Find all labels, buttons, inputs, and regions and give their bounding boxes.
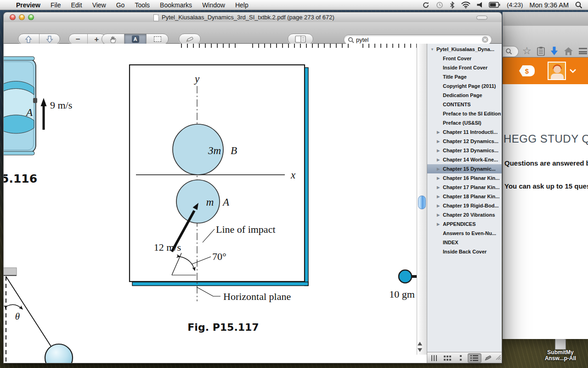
scroll-down-arrow[interactable]	[418, 348, 422, 352]
scroll-up-arrow[interactable]	[418, 342, 422, 345]
disclosure-triangle-icon[interactable]: ▶	[437, 176, 443, 180]
toc-item[interactable]: Title Page	[427, 72, 502, 81]
select-tool-button[interactable]	[146, 34, 168, 44]
avatar[interactable]	[548, 62, 566, 80]
toc-item[interactable]: ▶Chapter 16 Planar Kin...	[427, 173, 502, 183]
browser-search-field[interactable]	[503, 46, 519, 57]
disclosure-triangle-icon[interactable]: ▶	[437, 130, 443, 134]
toc-item-label: CONTENTS	[443, 102, 471, 107]
view-dots-button[interactable]	[454, 353, 468, 363]
sync-icon[interactable]	[422, 1, 430, 9]
toc-item[interactable]: ▶Chapter 20 Vibrations	[427, 210, 502, 219]
battery-icon[interactable]	[489, 2, 500, 8]
menu-item-edit[interactable]: Edit	[66, 1, 87, 9]
menu-hamburger-icon[interactable]	[579, 48, 587, 54]
zoom-window-button[interactable]	[28, 14, 34, 20]
home-icon[interactable]	[564, 47, 573, 56]
pdf-page-view[interactable]: A 9 m/s 5.116 x y 3m B m	[4, 44, 417, 363]
figure-caption: Fig. P15.117	[187, 322, 259, 333]
window-titlebar[interactable]: Pytel_Kiusalaas_Dynamics_3rd_SI_txtbk.2.…	[3, 12, 502, 22]
spotlight-icon[interactable]	[575, 1, 582, 9]
toc-item[interactable]: ▼Pytel_Kiusalaas_Dyna...	[427, 45, 502, 54]
toc-item-label: INDEX	[443, 240, 458, 245]
vertical-scrollbar[interactable]	[417, 44, 427, 355]
bluetooth-icon[interactable]	[450, 1, 455, 9]
plane-leader	[197, 287, 220, 296]
toc-item[interactable]: ▶Chapter 19 Rigid-Bod...	[427, 201, 502, 210]
disclosure-triangle-icon[interactable]: ▶	[437, 213, 443, 217]
disclosure-triangle-icon[interactable]: ▶	[437, 185, 443, 190]
toc-item[interactable]: ▶Chapter 11 Introducti...	[427, 127, 502, 137]
menu-item-file[interactable]: File	[45, 1, 66, 9]
toc-item[interactable]: Dedication Page	[427, 91, 502, 100]
toc-item[interactable]: ▶Chapter 18 Planar Kin...	[427, 192, 502, 201]
toc-item[interactable]: Copyright Page (2011)	[427, 81, 502, 91]
search-input-value[interactable]: pytel	[356, 36, 482, 43]
toc-item[interactable]: ▶Chapter 14 Work-Ene...	[427, 155, 502, 164]
previous-button[interactable]	[18, 34, 39, 44]
toc-item-label: Chapter 16 Planar Kin...	[443, 175, 499, 181]
menu-item-bookmarks[interactable]: Bookmarks	[155, 1, 197, 9]
download-arrow-icon[interactable]	[550, 46, 558, 56]
toc-item[interactable]: ▶Chapter 17 Planar Kin...	[427, 183, 502, 192]
menu-clock[interactable]: Mon 9:36 AM	[530, 1, 569, 9]
menu-item-window[interactable]: Window	[197, 1, 230, 9]
chegg-line1: Questions are answered by	[504, 159, 588, 167]
disclosure-triangle-icon[interactable]: ▶	[437, 139, 443, 144]
move-tool-button[interactable]	[102, 34, 124, 44]
volume-icon[interactable]	[477, 2, 482, 8]
clear-search-icon[interactable]: ✕	[482, 36, 488, 43]
menu-item-preview[interactable]: Preview	[11, 1, 45, 9]
view-thumbnails-button[interactable]	[441, 353, 454, 363]
disclosure-triangle-icon[interactable]: ▶	[437, 158, 443, 162]
toc-item[interactable]: Front Cover	[427, 54, 502, 63]
toc-item[interactable]: ▶Chapter 13 Dynamics...	[427, 146, 502, 155]
toc-item[interactable]: Preface to the SI Edition	[427, 109, 502, 118]
toolbar-toggle-lozenge[interactable]	[476, 16, 487, 20]
plane-label: Horizontal plane	[223, 291, 291, 302]
toc-item[interactable]: Inside Front Cover	[427, 63, 502, 72]
annotations-list-button[interactable]	[481, 353, 495, 363]
toc-item-selected[interactable]: ▶Chapter 15 Dynamic...	[427, 164, 502, 173]
disclosure-triangle-icon[interactable]: ▶	[437, 222, 443, 226]
menu-item-tools[interactable]: Tools	[130, 1, 155, 9]
search-field[interactable]: pytel ✕	[344, 34, 492, 45]
view-columns-button[interactable]	[427, 353, 441, 363]
price-tag-icon[interactable]: $	[519, 65, 535, 76]
time-machine-icon[interactable]	[436, 1, 443, 9]
disclosure-triangle-icon[interactable]: ▶	[437, 204, 443, 208]
menu-item-view[interactable]: View	[87, 1, 111, 9]
menu-item-help[interactable]: Help	[230, 1, 254, 9]
desktop-file-icon[interactable]: SubmitMy Answ...p-All	[533, 337, 588, 362]
zoom-out-button[interactable]: −	[69, 34, 87, 44]
sidebar-button[interactable]	[288, 34, 313, 44]
disclosure-triangle-icon[interactable]: ▶	[437, 167, 443, 171]
minimize-button[interactable]	[19, 14, 25, 20]
menu-item-go[interactable]: Go	[111, 1, 130, 9]
text-tool-button[interactable]: A	[124, 34, 146, 44]
view-toc-button[interactable]	[468, 353, 481, 363]
close-button[interactable]	[10, 14, 16, 20]
toc-item[interactable]: Answers to Even-Nu...	[427, 229, 502, 238]
chevron-down-icon[interactable]	[569, 69, 577, 73]
disclosure-triangle-icon[interactable]: ▶	[437, 195, 443, 199]
annotate-button[interactable]	[179, 34, 200, 44]
vertical-scrollbar-thumb[interactable]	[418, 196, 426, 209]
toc-item[interactable]: Inside Back Cover	[427, 247, 502, 256]
next-button[interactable]	[39, 34, 60, 44]
preview-window: Pytel_Kiusalaas_Dynamics_3rd_SI_txtbk.2.…	[3, 12, 502, 363]
toc-item[interactable]: CONTENTS	[427, 100, 502, 109]
wifi-icon[interactable]	[461, 1, 470, 8]
cropped-text-line	[362, 44, 417, 48]
toc-item[interactable]: INDEX	[427, 238, 502, 247]
bookmark-star-icon[interactable]: ☆	[522, 46, 531, 56]
disclosure-triangle-icon[interactable]: ▶	[437, 149, 443, 153]
disclosure-triangle-icon[interactable]: ▼	[430, 47, 436, 52]
toc-item[interactable]: ▶Chapter 12 Dynamics...	[427, 137, 502, 146]
bullet-ball	[399, 270, 412, 283]
toc-item[interactable]: Preface (US&SI)	[427, 118, 502, 127]
resize-grip-icon[interactable]	[495, 354, 501, 362]
toc-item-label: APPENDICES	[443, 221, 476, 227]
clipboard-icon[interactable]	[537, 46, 545, 56]
toc-item[interactable]: ▶APPENDICES	[427, 219, 502, 229]
